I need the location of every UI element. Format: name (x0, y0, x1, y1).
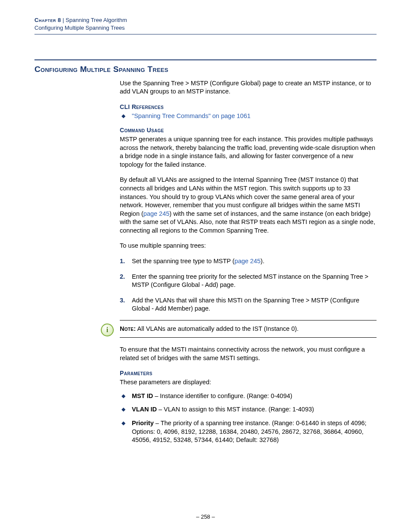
cli-references-heading: CLI References (120, 103, 377, 111)
section-heading: Configuring Multiple Spanning Trees (34, 64, 377, 75)
step-number: 1. (120, 257, 125, 266)
page-footer: – 258 – (0, 513, 411, 521)
header-rule (34, 34, 377, 34)
text: Add the VLANs that will share this MSTI … (132, 297, 359, 312)
param-desc: – The priority of a spanning tree instan… (132, 420, 367, 443)
section-rule (34, 59, 377, 60)
steps-list: 1. Set the spanning tree type to MSTP (p… (120, 257, 377, 313)
cli-reference-link[interactable]: "Spanning Tree Commands" on page 1061 (132, 112, 251, 119)
step-number: 3. (120, 296, 125, 305)
note-block: i Note: All VLANs are automatically adde… (120, 320, 377, 338)
chapter-title: Spanning Tree Algorithm (65, 17, 127, 23)
param-desc: – VLAN to assign to this MST instance. (… (157, 406, 314, 413)
body-paragraph: To ensure that the MSTI maintains connec… (120, 345, 377, 362)
text: ). (261, 258, 265, 264)
note-rule-bottom (120, 337, 377, 338)
list-item: 2. Enter the spanning tree priority for … (120, 273, 377, 289)
chapter-label: Chapter 8 (34, 17, 61, 23)
running-header: Chapter 8 | Spanning Tree Algorithm Conf… (34, 16, 377, 31)
list-item: VLAN ID – VLAN to assign to this MST ins… (120, 405, 377, 414)
list-item: Priority – The priority of a spanning tr… (120, 419, 377, 445)
note-text: All VLANs are automatically added to the… (136, 325, 299, 332)
body-column: Use the Spanning Tree > MSTP (Configure … (120, 79, 377, 445)
info-icon: i (101, 324, 114, 336)
list-item: "Spanning Tree Commands" on page 1061 (120, 112, 377, 121)
text: Enter the spanning tree priority for the… (132, 273, 368, 289)
body-paragraph: To use multiple spanning trees: (120, 242, 377, 250)
param-name: VLAN ID (132, 406, 157, 413)
header-separator: | (61, 17, 66, 23)
parameters-intro: These parameters are displayed: (120, 378, 377, 387)
section-path: Configuring Multiple Spanning Trees (34, 24, 377, 32)
param-desc: – Instance identifier to configure. (Ran… (153, 392, 292, 399)
command-usage-heading: Command Usage (120, 126, 377, 134)
cli-references-list: "Spanning Tree Commands" on page 1061 (120, 112, 377, 121)
text: Set the spanning tree type to MSTP ( (132, 258, 234, 264)
page-link[interactable]: page 245 (234, 258, 260, 264)
note-label: Note: (120, 325, 136, 332)
list-item: 3. Add the VLANs that will share this MS… (120, 296, 377, 313)
intro-paragraph: Use the Spanning Tree > MSTP (Configure … (120, 79, 377, 96)
param-name: MST ID (132, 392, 153, 399)
step-number: 2. (120, 273, 125, 281)
list-item: 1. Set the spanning tree type to MSTP (p… (120, 257, 377, 266)
parameters-list: MST ID – Instance identifier to configur… (120, 392, 377, 445)
parameters-heading: Parameters (120, 369, 377, 377)
page: Chapter 8 | Spanning Tree Algorithm Conf… (0, 0, 411, 532)
page-link[interactable]: page 245 (143, 210, 169, 217)
body-paragraph: By default all VLANs are assigned to the… (120, 176, 377, 235)
list-item: MST ID – Instance identifier to configur… (120, 392, 377, 401)
body-paragraph: MSTP generates a unique spanning tree fo… (120, 135, 377, 169)
note-body: Note: All VLANs are automatically added … (120, 320, 377, 338)
param-name: Priority (132, 420, 154, 426)
